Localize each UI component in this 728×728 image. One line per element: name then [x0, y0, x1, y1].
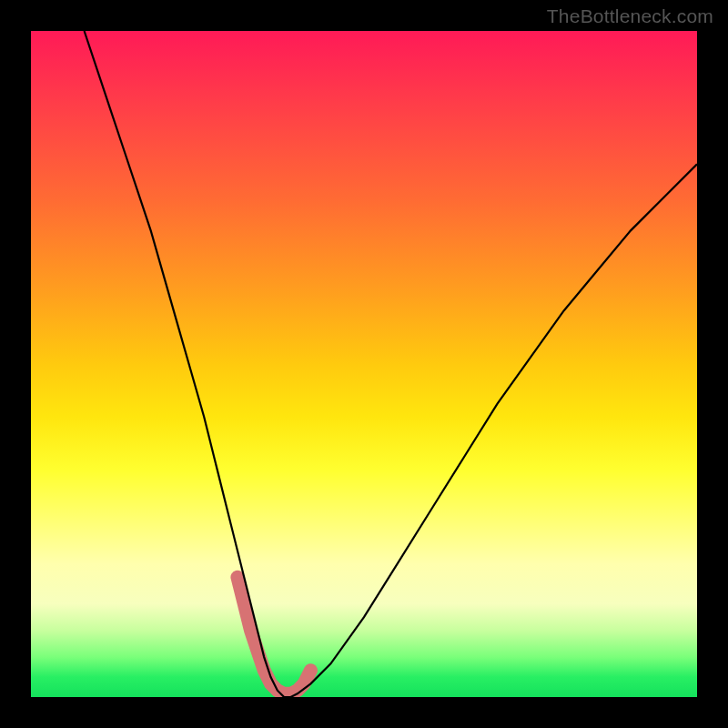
- bottleneck-curve: [85, 31, 697, 697]
- watermark-text: TheBottleneck.com: [547, 5, 713, 27]
- curve-svg: [31, 31, 697, 697]
- plot-area: [31, 31, 697, 697]
- chart-frame: TheBottleneck.com: [0, 0, 728, 728]
